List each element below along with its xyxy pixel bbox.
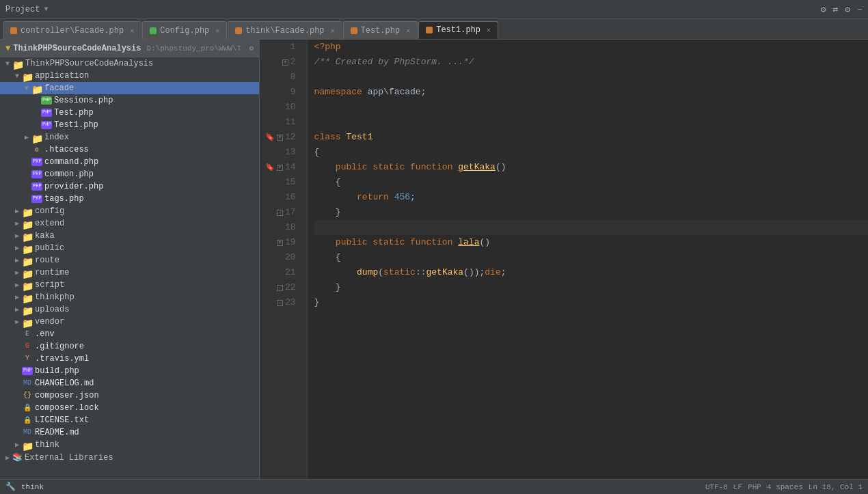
tree-file-changelog.md[interactable]: MD CHANGELOG.md — [0, 377, 259, 389]
line-num-2: ▼2 — [265, 55, 301, 70]
code-token: } — [336, 205, 341, 220]
tree-file-build.php[interactable]: PHP build.php — [0, 365, 259, 377]
code-token — [314, 280, 336, 295]
line-num-10: 10 — [265, 100, 301, 115]
tree-file-.htaccess[interactable]: ⚙ .htaccess — [0, 143, 259, 156]
project-header: ▼ ThinkPHPSourceCodeAnalysis D:\phpstudy… — [0, 40, 259, 57]
tab-close-controller-facade[interactable]: ✕ — [130, 27, 134, 35]
line-number-text: 17 — [285, 205, 296, 220]
line-number-text: 20 — [285, 250, 296, 265]
tree-file-provider.php[interactable]: PHP provider.php — [0, 180, 259, 193]
tree-external-libraries[interactable]: ▶ 📚 External Libraries — [0, 451, 259, 464]
code-token: ; — [501, 265, 506, 280]
tree-folder-vendor[interactable]: ▶ 📁 vendor — [0, 316, 259, 328]
tab-bar: controller\Facade.php ✕ Config.php ✕ thi… — [0, 19, 868, 40]
code-token: */ — [463, 55, 474, 70]
tab-test[interactable]: Test.php ✕ — [343, 21, 418, 39]
gear-icon[interactable]: ⚙ — [249, 44, 254, 53]
line-num-19: ▼19 — [265, 235, 301, 250]
tree-file-test.php[interactable]: PHP Test.php — [0, 107, 259, 119]
tree-folder-script[interactable]: ▶ 📁 script — [0, 279, 259, 291]
gutter-fold-end: – — [277, 300, 283, 306]
editor-area: 1▼2891011🔖▼1213🔖▼141516–1718▼192021–22–2… — [260, 40, 868, 479]
tree-file-common.php[interactable]: PHP common.php — [0, 168, 259, 180]
tree-file-command.php[interactable]: PHP command.php — [0, 156, 259, 168]
line-number-text: 10 — [285, 100, 296, 115]
tab-config[interactable]: Config.php ✕ — [142, 21, 227, 39]
tree-file-readme.md[interactable]: MD README.md — [0, 426, 259, 439]
tree-folder-thinkphpsourcecodeanalysis[interactable]: ▼ 📁 ThinkPHPSourceCodeAnalysis — [0, 57, 259, 70]
tree-item-label: build.php — [35, 366, 79, 376]
code-token: /** — [314, 55, 330, 70]
tree-folder-extend[interactable]: ▶ 📁 extend — [0, 217, 259, 230]
code-token: 456 — [394, 190, 410, 205]
tree-file-.gitignore[interactable]: G .gitignore — [0, 340, 259, 353]
tree-folder-config[interactable]: ▶ 📁 config — [0, 205, 259, 217]
tree-folder-thinkphp[interactable]: ▶ 📁 thinkphp — [0, 291, 259, 303]
tree-item-label: facade — [44, 83, 74, 93]
tree-folder-public[interactable]: ▶ 📁 public — [0, 242, 259, 254]
gutter-bookmark: 🔖 — [265, 130, 275, 145]
tree-arrow: ▶ — [12, 219, 22, 228]
tab-icon-test — [351, 27, 357, 34]
tree-folder-kaka[interactable]: ▶ 📁 kaka — [0, 230, 259, 242]
main-layout: ▼ ThinkPHPSourceCodeAnalysis D:\phpstudy… — [0, 40, 868, 479]
tree-folder-think[interactable]: ▶ 📁 think — [0, 439, 259, 451]
code-line-9: namespace app\facade; — [314, 85, 868, 100]
tree-file-composer.lock[interactable]: 🔒 composer.lock — [0, 402, 259, 414]
tab-close-test[interactable]: ✕ — [406, 27, 410, 35]
tab-close-config[interactable]: ✕ — [215, 27, 219, 35]
code-token: ; — [480, 265, 485, 280]
tab-close-test1[interactable]: ✕ — [487, 26, 491, 34]
code-token: { — [336, 175, 341, 190]
code-content: <?php/** Created by PhpStorm. ...*/ name… — [308, 40, 868, 479]
tree-arrow: ▶ — [12, 232, 22, 240]
sidebar: ▼ ThinkPHPSourceCodeAnalysis D:\phpstudy… — [0, 40, 260, 479]
transfer-icon[interactable]: ⇄ — [833, 4, 839, 15]
tree-file-test1.php[interactable]: PHP Test1.php — [0, 119, 259, 131]
tab-icon-test1 — [426, 27, 433, 33]
code-line-22: } — [314, 280, 868, 295]
tree-file-sessions.php[interactable]: PHP Sessions.php — [0, 94, 259, 107]
tab-controller-facade[interactable]: controller\Facade.php ✕ — [3, 21, 141, 39]
line-num-12: 🔖▼12 — [265, 130, 301, 145]
tree-file-license.txt[interactable]: 🔒 LICENSE.txt — [0, 414, 259, 426]
status-bar: 🔧 think UTF-8 LF PHP 4 spaces Ln 18, Col… — [0, 479, 868, 494]
tree-folder-index[interactable]: ▶ 📁 index — [0, 131, 259, 143]
code-token: :: — [416, 265, 426, 280]
tree-file-.env[interactable]: E .env — [0, 328, 259, 340]
code-token: Test1 — [346, 130, 372, 145]
code-token: { — [314, 145, 320, 160]
gear2-icon[interactable]: ⚙ — [845, 4, 850, 15]
tree-file-tags.php[interactable]: PHP tags.php — [0, 193, 259, 205]
tree-arrow: ▶ — [12, 207, 22, 215]
tab-test1[interactable]: Test1.php ✕ — [418, 21, 498, 39]
line-numbers: 1▼2891011🔖▼1213🔖▼141516–1718▼192021–22–2… — [260, 40, 308, 479]
minimize-icon[interactable]: – — [857, 4, 863, 14]
line-number-text: 11 — [285, 115, 296, 130]
tree-folder-facade[interactable]: ▼ 📁 facade — [0, 82, 259, 94]
line-number-text: 1 — [290, 40, 296, 55]
code-token: public — [336, 160, 373, 175]
status-icon: 🔧 — [5, 482, 16, 492]
line-num-14: 🔖▼14 — [265, 160, 301, 175]
line-num-23: –23 — [265, 295, 301, 310]
tab-think-facade[interactable]: think\Facade.php ✕ — [228, 21, 342, 39]
tree-folder-route[interactable]: ▶ 📁 route — [0, 254, 259, 266]
code-token: public — [336, 235, 373, 250]
tree-file-composer.json[interactable]: {} composer.json — [0, 389, 259, 402]
tab-icon-config — [150, 27, 157, 34]
tree-folder-uploads[interactable]: ▶ 📁 uploads — [0, 303, 259, 316]
tree-file-.travis.yml[interactable]: Y .travis.yml — [0, 353, 259, 365]
code-token: dump — [357, 265, 378, 280]
tree-folder-application[interactable]: ▼ 📁 application — [0, 70, 259, 82]
header-icons: ⚙ — [249, 44, 254, 53]
line-num-1: 1 — [265, 40, 301, 55]
line-number-text: 13 — [285, 145, 296, 160]
tab-close-think-facade[interactable]: ✕ — [331, 27, 335, 35]
settings-icon[interactable]: ⚙ — [821, 4, 826, 15]
tree-arrow: ▶ — [12, 293, 22, 301]
status-lineending: LF — [733, 483, 742, 491]
tree-item-label: public — [35, 243, 64, 253]
tree-folder-runtime[interactable]: ▶ 📁 runtime — [0, 266, 259, 279]
